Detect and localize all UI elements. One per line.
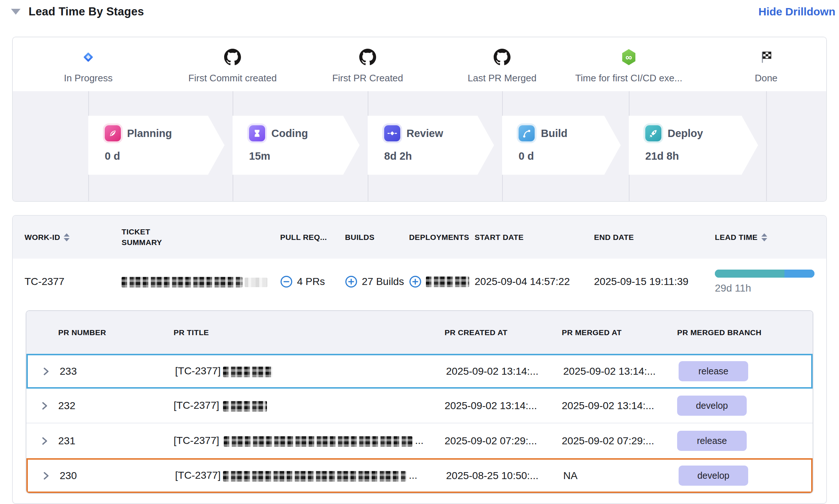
column-header-pr-created-at: PR CREATED AT <box>445 328 562 337</box>
checkered-flag-icon <box>704 47 827 67</box>
top-bar: Lead Time By Stages Hide Drilldown <box>0 0 839 23</box>
pr-merged-at: 2025-09-02 13:14:... <box>563 366 679 377</box>
column-header-builds: BUILDS <box>345 233 409 242</box>
start-date-value: 2025-09-04 14:57:22 <box>475 276 594 288</box>
hourglass-icon <box>249 125 265 141</box>
pr-created-at: 2025-09-02 07:29:... <box>445 435 562 447</box>
stage-name: Review <box>406 127 443 140</box>
pr-merged-at: 2025-09-02 07:29:... <box>562 435 677 447</box>
pr-row-233[interactable]: 233 [TC-2377] 2025-09-02 13:14:... 2025-… <box>26 354 813 389</box>
stage-name: Coding <box>271 127 308 140</box>
stage-duration: 8d 2h <box>384 150 494 162</box>
milestone-label: First PR Created <box>305 73 430 84</box>
column-header-work-id: WORK-ID <box>25 233 122 242</box>
stage-name: Build <box>541 127 568 140</box>
column-header-pr-title: PR TITLE <box>174 328 445 337</box>
pr-row-230[interactable]: 230 [TC-2377] ... 2025-08-25 10:50:... N… <box>26 458 813 493</box>
lead-time-bar <box>715 270 814 278</box>
milestone-label: First Commit created <box>170 73 295 84</box>
column-header-pull-requests: PULL REQ... <box>280 233 345 242</box>
stage-name: Planning <box>127 127 172 140</box>
pr-title: [TC-2377] <box>175 365 446 377</box>
stages-panel: In Progress First Commit created First P… <box>12 37 827 202</box>
column-header-start-date: START DATE <box>475 233 594 242</box>
milestone-label: Time for first CI/CD exe... <box>567 73 691 84</box>
lead-time-cell: 29d 11h <box>715 270 827 294</box>
rocket-icon <box>645 125 661 141</box>
pr-row-232[interactable]: 232 [TC-2377] 2025-09-02 13:14:... 2025-… <box>26 389 813 423</box>
pr-created-at: 2025-09-02 13:14:... <box>446 366 563 377</box>
github-icon <box>440 47 564 67</box>
pull-requests-toggle[interactable]: 4 PRs <box>280 275 345 288</box>
branch-badge: develop <box>677 396 747 416</box>
milestone-first-pr: First PR Created <box>305 47 430 84</box>
stage-card-planning: Planning 0 d <box>88 116 224 175</box>
plus-circle-icon <box>409 275 422 288</box>
milestone-done: Done <box>704 47 827 84</box>
branch-badge: develop <box>679 466 748 486</box>
work-table-header: WORK-ID TICKET SUMMARY PULL REQ... BUILD… <box>13 216 826 259</box>
stage-card-coding: Coding 15m <box>233 116 360 175</box>
pr-title: [TC-2377] ... <box>174 435 445 446</box>
branch-badge: release <box>679 361 748 381</box>
github-icon <box>170 47 295 67</box>
column-header-lead-time: LEAD TIME <box>715 233 826 242</box>
pr-number: 231 <box>58 435 174 447</box>
collapse-caret-icon[interactable] <box>11 9 21 15</box>
commit-node-icon <box>384 125 400 141</box>
ticket-summary-redacted <box>122 276 280 288</box>
pr-number: 233 <box>60 366 175 377</box>
pr-table-header: PR NUMBER PR TITLE PR CREATED AT PR MERG… <box>26 311 813 354</box>
work-id-value: TC-2377 <box>25 276 122 288</box>
milestones-strip: In Progress First Commit created First P… <box>13 37 826 91</box>
leaf-icon <box>105 125 121 141</box>
column-header-ticket-summary: TICKET SUMMARY <box>122 227 280 248</box>
column-header-pr-merged-at: PR MERGED AT <box>562 328 677 337</box>
stage-duration: 21d 8h <box>645 150 758 162</box>
expand-chevron-icon[interactable] <box>42 367 60 376</box>
stage-duration: 0 d <box>105 150 224 162</box>
pr-merged-at: 2025-09-02 13:14:... <box>562 400 677 412</box>
pr-row-231[interactable]: 231 [TC-2377] ... 2025-09-02 07:29:... 2… <box>26 423 813 458</box>
expand-chevron-icon[interactable] <box>42 471 60 480</box>
milestone-in-progress: In Progress <box>26 47 151 84</box>
lead-time-drilldown-page: Lead Time By Stages Hide Drilldown In Pr… <box>0 0 839 504</box>
builds-toggle[interactable]: 27 Builds <box>345 275 409 288</box>
stage-card-review: Review 8d 2h <box>368 116 494 175</box>
milestone-cicd: ∞ Time for first CI/CD exe... <box>567 47 691 84</box>
column-header-deployments: DEPLOYMENTS <box>409 233 475 242</box>
pr-created-at: 2025-09-02 13:14:... <box>445 400 562 412</box>
stage-band: Planning 0 d Coding 15m <box>13 91 826 202</box>
stage-card-deploy: Deploy 21d 8h <box>629 116 758 175</box>
milestone-label: In Progress <box>26 73 151 84</box>
lead-bar-blue <box>784 270 814 278</box>
column-header-pr-number: PR NUMBER <box>58 328 174 337</box>
milestone-first-commit: First Commit created <box>170 47 295 84</box>
column-header-end-date: END DATE <box>594 233 715 242</box>
pr-title: [TC-2377] ... <box>175 470 446 481</box>
hide-drilldown-link[interactable]: Hide Drilldown <box>758 5 835 18</box>
milestone-last-pr-merged: Last PR Merged <box>440 47 564 84</box>
expand-chevron-icon[interactable] <box>41 401 58 410</box>
lead-bar-teal <box>715 270 784 278</box>
deployments-toggle[interactable] <box>409 275 475 288</box>
milestone-label: Done <box>704 73 827 84</box>
branch-badge: release <box>677 431 747 451</box>
expand-chevron-icon[interactable] <box>41 437 58 445</box>
cicd-icon: ∞ <box>567 47 691 67</box>
pr-table: PR NUMBER PR TITLE PR CREATED AT PR MERG… <box>26 310 813 494</box>
milestone-label: Last PR Merged <box>440 73 564 84</box>
page-title: Lead Time By Stages <box>29 5 144 18</box>
sort-control[interactable] <box>64 233 70 241</box>
end-date-value: 2025-09-15 19:11:39 <box>594 276 715 288</box>
pr-number: 232 <box>58 400 174 412</box>
jira-status-icon <box>26 47 151 67</box>
minus-circle-icon <box>280 275 293 288</box>
branch-icon <box>519 125 535 141</box>
pr-number: 230 <box>60 470 175 482</box>
lead-time-value: 29d 11h <box>715 282 814 294</box>
sort-control[interactable] <box>761 233 767 241</box>
github-icon <box>305 47 430 67</box>
pr-merged-at: NA <box>563 470 679 482</box>
work-items-table: WORK-ID TICKET SUMMARY PULL REQ... BUILD… <box>12 215 827 504</box>
